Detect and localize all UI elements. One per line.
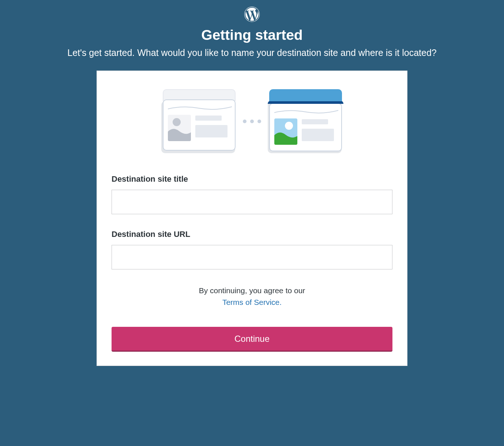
source-site-illustration [161,89,236,153]
migration-illustration [112,89,392,153]
wordpress-logo-icon [244,7,260,22]
site-url-input[interactable] [112,245,392,269]
site-title-label: Destination site title [112,174,392,184]
svg-point-1 [285,122,293,130]
site-title-group: Destination site title [112,174,392,214]
site-url-label: Destination site URL [112,230,392,239]
svg-point-0 [173,118,181,126]
agreement-text: By continuing, you agree to our Terms of… [112,285,392,308]
transfer-dots-icon [243,120,261,123]
page-subtitle: Let's get started. What would you like t… [56,48,448,58]
continue-button[interactable]: Continue [112,327,392,352]
onboarding-card: Destination site title Destination site … [97,71,407,366]
agreement-prefix: By continuing, you agree to our [199,286,305,295]
terms-of-service-link[interactable]: Terms of Service. [222,298,282,306]
page-title: Getting started [201,27,302,43]
destination-site-illustration [268,89,343,153]
site-url-group: Destination site URL [112,230,392,269]
site-title-input[interactable] [112,190,392,214]
